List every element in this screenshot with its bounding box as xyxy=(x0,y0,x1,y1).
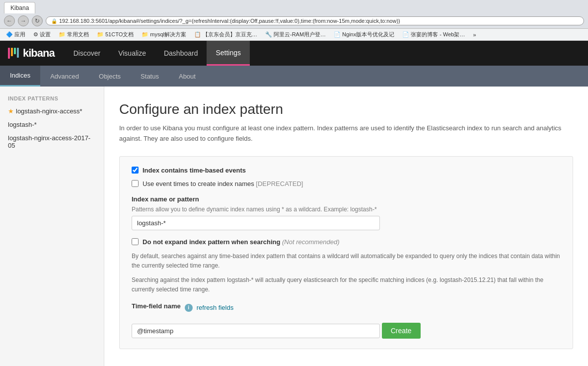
bookmark-mysql-label: mysql解决方案 xyxy=(150,31,186,38)
bookmark-jd[interactable]: 📋 【京东会员】京豆充… xyxy=(192,30,259,39)
url-text: 192.168.180.3:5601/app/kibana#/settings/… xyxy=(59,18,400,24)
kibana-header: kibana Discover Visualize Dashboard Sett… xyxy=(0,41,588,66)
logo-bar-2 xyxy=(11,48,13,56)
logo-bar-1 xyxy=(8,48,10,59)
sidebar-item-nginx-access-star[interactable]: ★ logstash-nginx-access* xyxy=(0,104,104,118)
logo-bars xyxy=(8,48,19,59)
expand-checkbox[interactable] xyxy=(132,238,139,245)
index-name-label: Index name or pattern xyxy=(132,195,561,203)
event-times-label[interactable]: Use event times to create index names [D… xyxy=(143,180,303,187)
expand-desc-2: Searching against the index pattern logs… xyxy=(132,275,561,294)
index-name-input[interactable] xyxy=(132,216,380,230)
subnav-advanced[interactable]: Advanced xyxy=(40,66,89,87)
nav-dashboard[interactable]: Dashboard xyxy=(155,41,207,66)
refresh-button[interactable]: ↻ xyxy=(32,15,43,26)
logo-text: kibana xyxy=(23,47,55,60)
sidebar-title: Index Patterns xyxy=(0,92,104,104)
content-area: Configure an index pattern In order to u… xyxy=(104,87,588,366)
info-icon[interactable]: i xyxy=(185,304,193,312)
main-layout: Index Patterns ★ logstash-nginx-access* … xyxy=(0,87,588,366)
logo-bar-4 xyxy=(17,48,19,58)
index-name-hint: Patterns allow you to define dynamic ind… xyxy=(132,206,561,213)
not-recommended-note: (Not recommended) xyxy=(282,238,340,246)
browser-chrome: Kibana ← → ↻ 🔒 192.168.180.3:5601/app/ki… xyxy=(0,0,588,29)
bookmark-jd-label: 【京东会员】京豆充… xyxy=(203,31,257,38)
time-based-checkbox-row: Index contains time-based events xyxy=(132,167,561,174)
forward-button[interactable]: → xyxy=(18,15,29,26)
bookmark-aliyun[interactable]: 🔧 阿里云-RAM用户登… xyxy=(263,30,328,39)
expand-label[interactable]: Do not expand index pattern when searchi… xyxy=(143,238,340,246)
refresh-fields-link[interactable]: refresh fields xyxy=(197,304,233,311)
create-button[interactable]: Create xyxy=(382,323,421,339)
index-name-field-group: Index name or pattern Patterns allow you… xyxy=(132,195,561,230)
browser-tabs: Kibana xyxy=(4,2,584,13)
kibana-logo: kibana xyxy=(8,47,55,60)
sidebar-item-label-1: logstash-nginx-access* xyxy=(16,107,82,115)
settings-subnav: Indices Advanced Objects Status About xyxy=(0,66,588,87)
bookmark-docs[interactable]: 📁 常用文档 xyxy=(57,30,91,39)
page-description: In order to use Kibana you must configur… xyxy=(119,123,573,144)
bookmark-nginx-label: Nginx版本号优化及记 xyxy=(342,31,394,38)
star-icon: ★ xyxy=(8,107,14,115)
nav-settings[interactable]: Settings xyxy=(207,41,250,66)
sidebar-item-label-3: logstash-nginx-access-2017-05 xyxy=(8,134,96,149)
bookmark-zhangyan[interactable]: 📄 张宴的博客 - Web架… xyxy=(400,30,467,39)
time-based-label[interactable]: Index contains time-based events xyxy=(143,167,246,174)
browser-controls: ← → ↻ 🔒 192.168.180.3:5601/app/kibana#/s… xyxy=(4,13,584,28)
bookmark-51cto[interactable]: 📁 51CTO文档 xyxy=(95,30,136,39)
event-times-checkbox-row: Use event times to create index names [D… xyxy=(132,180,561,187)
subnav-status[interactable]: Status xyxy=(131,66,169,87)
bookmark-docs-label: 常用文档 xyxy=(67,31,89,38)
bookmark-more[interactable]: » xyxy=(471,31,478,38)
expand-desc-1: By default, searches against any time-ba… xyxy=(132,252,561,271)
address-bar[interactable]: 🔒 192.168.180.3:5601/app/kibana#/setting… xyxy=(46,16,584,25)
expand-checkbox-row: Do not expand index pattern when searchi… xyxy=(132,238,561,246)
bookmarks-bar: 🔷 应用 ⚙ 设置 📁 常用文档 📁 51CTO文档 📁 mysql解决方案 📋… xyxy=(0,29,588,41)
page-title: Configure an index pattern xyxy=(119,101,573,117)
subnav-objects[interactable]: Objects xyxy=(89,66,131,87)
time-based-checkbox[interactable] xyxy=(132,167,139,174)
subnav-indices[interactable]: Indices xyxy=(0,66,40,87)
bookmark-mysql[interactable]: 📁 mysql解决方案 xyxy=(140,30,188,39)
bookmark-settings-label: 设置 xyxy=(40,31,51,38)
bookmark-nginx[interactable]: 📄 Nginx版本号优化及记 xyxy=(332,30,396,39)
sidebar-item-label-2: logstash-* xyxy=(8,121,37,128)
form-section: Index contains time-based events Use eve… xyxy=(119,156,573,350)
sidebar: Index Patterns ★ logstash-nginx-access* … xyxy=(0,87,104,366)
main-nav: Discover Visualize Dashboard Settings xyxy=(65,41,250,66)
back-button[interactable]: ← xyxy=(4,15,15,26)
browser-tab[interactable]: Kibana xyxy=(4,2,35,13)
bookmark-51cto-label: 51CTO文档 xyxy=(105,31,134,38)
lock-icon: 🔒 xyxy=(51,18,57,24)
time-field-row: Time-field name i refresh fields xyxy=(132,302,561,313)
logo-bar-3 xyxy=(14,48,16,54)
bookmark-settings[interactable]: ⚙ 设置 xyxy=(31,30,53,39)
nav-discover[interactable]: Discover xyxy=(65,41,109,66)
subnav-about[interactable]: About xyxy=(169,66,206,87)
sidebar-item-nginx-access-date[interactable]: logstash-nginx-access-2017-05 xyxy=(0,131,104,152)
sidebar-item-logstash[interactable]: logstash-* xyxy=(0,118,104,131)
bookmark-zhangyan-label: 张宴的博客 - Web架… xyxy=(411,31,465,38)
event-times-checkbox[interactable] xyxy=(132,180,139,187)
bookmark-aliyun-label: 阿里云-RAM用户登… xyxy=(274,31,326,38)
deprecated-tag: [DEPRECATED] xyxy=(256,180,303,187)
nav-visualize[interactable]: Visualize xyxy=(109,41,155,66)
bookmark-apps[interactable]: 🔷 应用 xyxy=(4,30,27,39)
time-field-input[interactable] xyxy=(132,324,380,338)
time-field-label: Time-field name xyxy=(132,302,181,310)
bookmark-apps-label: 应用 xyxy=(14,31,25,38)
